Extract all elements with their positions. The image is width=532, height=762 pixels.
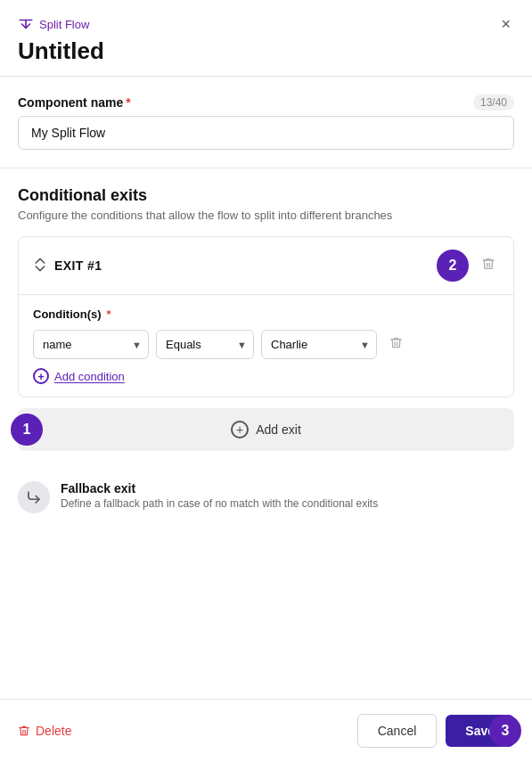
required-indicator: * — [126, 95, 130, 110]
conditional-exits-section: Conditional exits Configure the conditio… — [0, 168, 532, 699]
exit-card-1: EXIT #1 2 Condition(s) * — [18, 236, 514, 397]
field-select-wrapper: name email age city ▼ — [33, 330, 149, 359]
component-name-input[interactable] — [18, 116, 514, 150]
fallback-exit-title: Fallback exit — [61, 481, 378, 496]
add-exit-badge: 1 — [11, 414, 43, 446]
value-select[interactable]: Charlie Alice Bob David — [261, 330, 377, 359]
component-name-section: Component name* 13/40 — [0, 77, 532, 168]
save-badge: 3 — [489, 715, 521, 747]
field-select[interactable]: name email age city — [33, 330, 149, 359]
operator-select[interactable]: Equals Not equals Contains Starts with — [156, 330, 254, 359]
split-flow-label: Split Flow — [18, 16, 89, 32]
footer: Delete 3 Cancel Save — [0, 699, 532, 762]
header-top: Split Flow × — [18, 14, 514, 34]
fallback-exit-description: Define a fallback path in case of no mat… — [61, 497, 378, 510]
collapse-icon — [33, 258, 47, 274]
delete-condition-button-1[interactable] — [386, 332, 406, 356]
conditions-label: Condition(s) * — [33, 307, 499, 321]
cancel-button[interactable]: Cancel — [357, 714, 438, 748]
header: Split Flow × Untitled — [0, 0, 532, 77]
footer-actions: 3 Cancel Save — [357, 714, 514, 748]
operator-select-wrapper: Equals Not equals Contains Starts with ▼ — [156, 330, 254, 359]
page-title: Untitled — [18, 37, 514, 65]
exit-header-right: 2 — [437, 250, 499, 282]
exit-body-1: Condition(s) * name email age city ▼ — [19, 295, 513, 397]
delete-button[interactable]: Delete — [18, 724, 71, 738]
conditions-required: * — [107, 307, 111, 321]
delete-exit-button-1[interactable] — [478, 253, 499, 278]
exit-badge-1: 2 — [437, 250, 469, 282]
condition-row-1: name email age city ▼ Equals Not equals … — [33, 330, 499, 359]
exit-header-1: EXIT #1 2 — [19, 237, 513, 295]
add-exit-button[interactable]: 1 + Add exit — [18, 408, 514, 451]
fallback-icon — [18, 481, 50, 513]
exit-label-1: EXIT #1 — [54, 258, 102, 273]
conditional-exits-subtitle: Configure the conditions that allow the … — [18, 209, 514, 222]
fallback-text: Fallback exit Define a fallback path in … — [61, 481, 378, 510]
exit-header-left: EXIT #1 — [33, 258, 102, 274]
component-name-label: Component name* 13/40 — [18, 94, 514, 111]
add-exit-circle-icon: + — [231, 421, 249, 438]
split-flow-icon — [18, 16, 34, 32]
add-condition-icon: + — [33, 368, 49, 384]
add-condition-button[interactable]: + Add condition — [33, 368, 125, 384]
conditional-exits-title: Conditional exits — [18, 186, 514, 205]
char-count: 13/40 — [473, 94, 514, 111]
panel: Split Flow × Untitled Component name* 13… — [0, 0, 532, 762]
value-select-wrapper: Charlie Alice Bob David ▼ — [261, 330, 377, 359]
close-button[interactable]: × — [497, 14, 514, 34]
fallback-exit-row: Fallback exit Define a fallback path in … — [18, 469, 514, 526]
